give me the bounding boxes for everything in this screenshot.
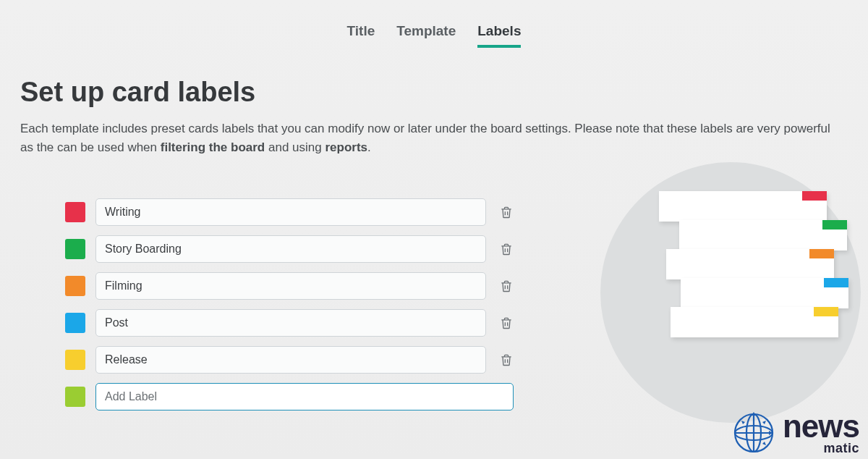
- label-name-input[interactable]: [95, 198, 486, 226]
- setup-tabs: Title Template Labels: [0, 0, 868, 48]
- preview-card: [681, 278, 848, 308]
- label-preview-illustration: [542, 198, 848, 420]
- trash-icon[interactable]: [499, 278, 514, 294]
- trash-icon[interactable]: [499, 352, 514, 368]
- svg-marker-5: [741, 421, 745, 424]
- preview-card: [679, 220, 847, 250]
- label-name-input[interactable]: [95, 272, 486, 300]
- watermark-text: news: [783, 412, 859, 441]
- tab-title[interactable]: Title: [347, 23, 375, 48]
- watermark-subtext: matic: [823, 442, 859, 454]
- globe-icon: [731, 410, 777, 456]
- trash-icon[interactable]: [499, 315, 514, 331]
- tab-template[interactable]: Template: [396, 23, 456, 48]
- watermark-logo: news matic: [731, 410, 859, 456]
- page-description: Each template includes preset cards labe…: [20, 119, 845, 158]
- color-swatch[interactable]: [65, 350, 85, 370]
- tab-labels[interactable]: Labels: [477, 23, 521, 48]
- color-swatch[interactable]: [65, 202, 85, 222]
- trash-icon[interactable]: [499, 241, 514, 257]
- label-name-input[interactable]: [95, 235, 486, 263]
- page-title: Set up card labels: [20, 77, 848, 108]
- color-swatch[interactable]: [65, 276, 85, 296]
- add-label-input[interactable]: [95, 383, 514, 410]
- label-name-input[interactable]: [95, 346, 486, 374]
- preview-card: [659, 191, 827, 222]
- label-row: [65, 198, 514, 226]
- label-name-input[interactable]: [95, 309, 486, 337]
- label-row: [65, 235, 514, 263]
- label-row: [65, 272, 514, 300]
- color-swatch[interactable]: [65, 387, 85, 407]
- color-swatch[interactable]: [65, 313, 85, 333]
- color-swatch[interactable]: [65, 239, 85, 259]
- preview-card: [666, 249, 834, 279]
- preview-card: [671, 307, 838, 337]
- svg-marker-7: [762, 421, 766, 424]
- label-list: [65, 198, 514, 420]
- label-row: [65, 309, 514, 337]
- add-label-row: [65, 383, 514, 410]
- svg-marker-6: [762, 442, 766, 445]
- label-row: [65, 346, 514, 374]
- trash-icon[interactable]: [499, 204, 514, 220]
